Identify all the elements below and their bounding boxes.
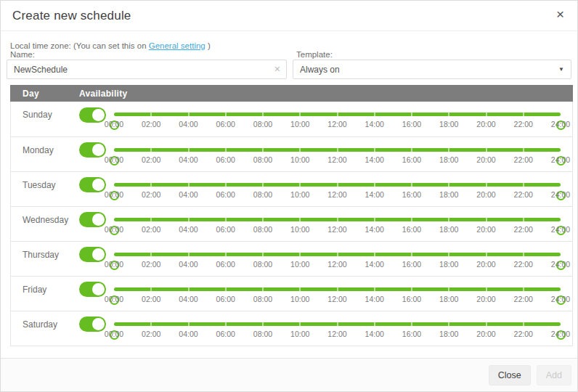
dialog-title: Create new schedule bbox=[12, 9, 131, 23]
slider-tick-label: 02:00 bbox=[142, 155, 160, 164]
slider-tick bbox=[486, 253, 487, 256]
general-setting-link[interactable]: General setting bbox=[149, 41, 205, 50]
slider-tick bbox=[299, 322, 301, 326]
slider-tick-labels: 00:0002:0004:0006:0008:0010:0012:0014:00… bbox=[114, 120, 561, 129]
slider-tick-label: 06:00 bbox=[216, 225, 235, 234]
slider-tick bbox=[337, 218, 338, 221]
slider-tick bbox=[262, 148, 264, 152]
slider-tick bbox=[150, 113, 152, 116]
slider-tick bbox=[262, 322, 264, 326]
time-range-slider: 00:0002:0004:0006:0008:0010:0012:0014:00… bbox=[109, 207, 566, 242]
slider-tick bbox=[374, 183, 375, 187]
slider-tick-label: 08:00 bbox=[253, 190, 272, 199]
slider-tick bbox=[337, 253, 338, 256]
slider-tick-label: 24:00 bbox=[551, 225, 570, 234]
slider-tick bbox=[411, 183, 412, 187]
slider-tick-label: 18:00 bbox=[439, 190, 458, 199]
slider-track[interactable] bbox=[114, 183, 561, 187]
slider-tick bbox=[225, 322, 227, 326]
slider-track[interactable] bbox=[114, 113, 561, 116]
slider-tick-label: 02:00 bbox=[142, 120, 160, 128]
slider-tick bbox=[262, 218, 264, 221]
slider-tick bbox=[374, 113, 375, 116]
slider-tick bbox=[299, 218, 301, 221]
slider-tick bbox=[188, 148, 190, 152]
availability-toggle[interactable] bbox=[79, 212, 106, 227]
slider-tick bbox=[188, 183, 190, 187]
slider-tick-label: 16:00 bbox=[402, 330, 421, 338]
availability-toggle[interactable] bbox=[79, 317, 106, 332]
close-icon[interactable]: × bbox=[556, 7, 564, 23]
day-label: Saturday bbox=[23, 319, 79, 330]
slider-tick-label: 16:00 bbox=[402, 225, 421, 234]
slider-tick-label: 10:00 bbox=[290, 295, 309, 303]
slider-tick bbox=[523, 113, 524, 116]
add-button[interactable]: Add bbox=[537, 365, 571, 385]
schedule-row: Sunday 00:0002:0004:0006:0008:0010:0012:… bbox=[11, 102, 572, 136]
slider-tick-labels: 00:0002:0004:0006:0008:0010:0012:0014:00… bbox=[114, 190, 561, 200]
slider-tick-label: 24:00 bbox=[551, 155, 570, 164]
clear-icon[interactable]: × bbox=[274, 63, 280, 75]
slider-tick-label: 14:00 bbox=[365, 260, 384, 269]
dialog-footer: Close Add bbox=[1, 358, 577, 391]
slider-track[interactable] bbox=[114, 287, 561, 291]
availability-toggle[interactable] bbox=[79, 142, 106, 158]
slider-track[interactable] bbox=[114, 218, 561, 221]
slider-tick-label: 12:00 bbox=[327, 120, 346, 128]
slider-tick bbox=[299, 253, 301, 256]
slider-tick-label: 04:00 bbox=[179, 330, 198, 338]
close-button[interactable]: Close bbox=[489, 365, 531, 385]
slider-tick-label: 18:00 bbox=[439, 225, 458, 234]
slider-tick bbox=[486, 322, 487, 326]
slider-track[interactable] bbox=[114, 148, 561, 152]
slider-tick-label: 12:00 bbox=[327, 260, 346, 269]
slider-tick bbox=[523, 287, 524, 291]
time-range-slider: 00:0002:0004:0006:0008:0010:0012:0014:00… bbox=[109, 102, 566, 136]
availability-toggle[interactable] bbox=[79, 107, 106, 123]
slider-tick-label: 08:00 bbox=[253, 155, 272, 164]
schedule-row: Tuesday 00:0002:0004:0006:0008:0010:0012… bbox=[11, 171, 572, 206]
slider-tick-label: 22:00 bbox=[514, 120, 533, 128]
slider-tick bbox=[337, 322, 338, 326]
slider-tick bbox=[411, 218, 412, 221]
slider-tick-label: 14:00 bbox=[365, 225, 384, 234]
availability-toggle[interactable] bbox=[79, 177, 106, 192]
availability-toggle[interactable] bbox=[79, 247, 106, 262]
slider-tick-label: 24:00 bbox=[551, 190, 570, 199]
slider-tick bbox=[150, 287, 152, 291]
slider-tick-label: 08:00 bbox=[253, 120, 272, 128]
slider-tick-labels: 00:0002:0004:0006:0008:0010:0012:0014:00… bbox=[114, 295, 561, 304]
slider-tick bbox=[337, 183, 338, 187]
slider-track[interactable] bbox=[114, 253, 561, 256]
slider-tick-label: 18:00 bbox=[439, 295, 458, 303]
slider-tick-label: 16:00 bbox=[402, 295, 421, 303]
slider-tick-label: 04:00 bbox=[179, 155, 198, 164]
slider-tick bbox=[188, 287, 190, 291]
slider-tick bbox=[448, 148, 449, 152]
slider-track[interactable] bbox=[114, 322, 561, 326]
slider-tick bbox=[225, 287, 227, 291]
slider-tick-labels: 00:0002:0004:0006:0008:0010:0012:0014:00… bbox=[114, 330, 561, 339]
slider-tick bbox=[150, 218, 152, 221]
template-select[interactable]: Always on ▼ bbox=[293, 60, 571, 79]
slider-tick bbox=[299, 287, 301, 291]
slider-tick-label: 02:00 bbox=[142, 330, 160, 338]
name-input[interactable] bbox=[7, 60, 287, 79]
slider-tick-label: 08:00 bbox=[253, 295, 272, 303]
slider-tick-label: 02:00 bbox=[142, 260, 160, 269]
slider-tick bbox=[486, 218, 487, 221]
slider-tick bbox=[299, 183, 301, 187]
availability-toggle[interactable] bbox=[79, 282, 106, 297]
slider-tick-label: 18:00 bbox=[439, 330, 458, 338]
slider-tick bbox=[523, 218, 524, 221]
slider-tick bbox=[374, 322, 375, 326]
slider-tick-label: 12:00 bbox=[327, 225, 346, 234]
slider-tick-label: 00:00 bbox=[105, 260, 123, 269]
slider-tick-label: 10:00 bbox=[290, 330, 309, 338]
slider-tick bbox=[448, 287, 449, 291]
slider-tick-label: 22:00 bbox=[514, 330, 533, 338]
slider-tick-label: 20:00 bbox=[476, 155, 495, 164]
slider-tick-label: 20:00 bbox=[476, 295, 495, 303]
slider-tick bbox=[448, 113, 449, 116]
slider-tick-label: 22:00 bbox=[514, 155, 533, 164]
